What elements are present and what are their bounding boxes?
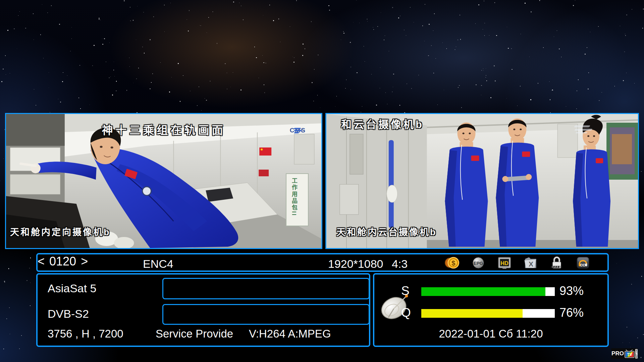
signal-quality-label: Q — [401, 306, 411, 320]
delivery-system: DVB-S2 — [48, 307, 89, 320]
signal-panel: S 93% Q 76% 2022-01-01 Сб 11:20 — [373, 273, 609, 347]
signal-strength-fill — [421, 287, 545, 296]
hd-icon: HD — [497, 255, 512, 270]
channel-number: 0120 — [49, 254, 76, 268]
protv-logo-tv-icon: TV — [625, 350, 635, 358]
svg-text:EPG: EPG — [474, 261, 483, 266]
protv-logo-pro-text: PRO — [611, 350, 624, 357]
flag-patch — [471, 156, 479, 161]
cms-watermark: CMS — [290, 127, 306, 134]
svg-text:X: X — [529, 260, 533, 268]
video-right-title-overlay: 和云台摄像机b — [341, 116, 424, 131]
video-feed-right: 和云台摄像机b 天和舱内云台摄像机b — [325, 113, 639, 249]
signal-quality-bar — [421, 309, 555, 318]
lock-icon — [549, 255, 565, 270]
satellite-name: AsiaSat 5 — [48, 282, 97, 295]
cms-logo-glyph — [290, 127, 306, 134]
transponder-params: 3756 , H , 7200 — [48, 327, 123, 340]
channel-prev-arrow[interactable]: < — [38, 254, 45, 268]
svg-text:TV: TV — [627, 352, 632, 357]
signal-strength-value: 93% — [559, 284, 584, 298]
receiver-osd-screen: 神十三乘组在轨画面 天和舱内定向摄像机b 工作用品包II CMS — [0, 0, 644, 362]
system-value-box[interactable] — [162, 304, 370, 325]
video-left-title-overlay: 神十三乘组在轨画面 — [6, 121, 321, 137]
protv-logo-netua-text: NET.UA — [635, 349, 638, 358]
channel-next-arrow[interactable]: > — [81, 254, 88, 268]
signal-quality-value: 76% — [559, 306, 584, 320]
svg-text:$: $ — [451, 259, 455, 267]
status-icons: $ EPG HD X — [444, 255, 591, 270]
video-left-caption: 天和舱内定向摄像机b — [10, 225, 111, 238]
signal-strength-label: S — [401, 284, 410, 298]
supply-bag-label: 工作用品包II — [290, 178, 298, 216]
satellite-value-box[interactable] — [162, 278, 370, 299]
protv-logo: PRO TV NET.UA — [611, 348, 638, 359]
channel-name: ENC4 — [143, 257, 173, 270]
svg-text:DD: DD — [580, 263, 586, 267]
audio-headphones-icon: DD — [575, 255, 591, 270]
datetime-display: 2022-01-01 Сб 11:20 — [374, 327, 607, 340]
resolution-value: 644*362 — [328, 257, 383, 270]
signal-quality-fill — [421, 309, 523, 318]
channel-info-bar: < 0120 > ENC4 644*362 4:3 $ EPG — [36, 253, 609, 272]
epg-icon: EPG — [471, 255, 486, 270]
signal-strength-bar — [421, 287, 555, 296]
video-right-caption: 天和舱内云台摄像机b — [336, 225, 437, 238]
flag-patch — [522, 152, 530, 157]
aspect-ratio-value: 4:3 — [392, 257, 408, 270]
svg-text:HD: HD — [500, 260, 508, 266]
flag-patch — [596, 158, 603, 163]
tuner-info-panel: AsiaSat 5 DVB-S2 3756 , H , 7200 Service… — [36, 273, 370, 347]
teletext-none-icon: X — [523, 255, 538, 270]
service-provider-label: Service Provide — [156, 327, 233, 340]
codec-info: V:H264 A:MPEG — [249, 327, 331, 340]
video-feed-left: 神十三乘组在轨画面 天和舱内定向摄像机b 工作用品包II CMS — [5, 113, 322, 249]
pay-channel-icon: $ — [444, 255, 460, 270]
